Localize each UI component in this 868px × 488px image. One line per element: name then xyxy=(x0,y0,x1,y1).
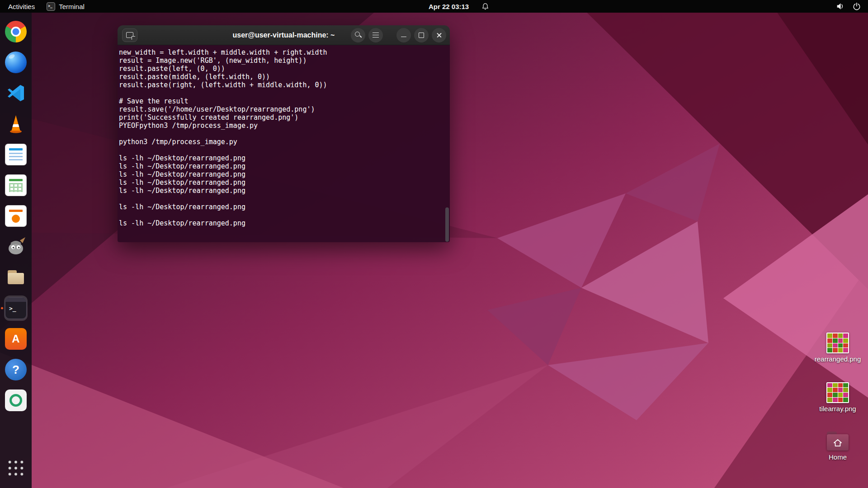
search-button[interactable] xyxy=(351,28,365,42)
terminal-body[interactable]: new_width = left.width + middle.width + … xyxy=(118,45,450,242)
files-icon xyxy=(5,267,27,288)
terminal-app-icon xyxy=(47,2,55,11)
show-applications-button[interactable] xyxy=(0,453,32,483)
close-icon xyxy=(436,32,442,38)
top-bar: Activities Terminal Apr 22 03:13 xyxy=(0,0,868,13)
dock-item-software[interactable] xyxy=(0,324,32,354)
dock-item-firefox[interactable] xyxy=(0,47,32,78)
power-icon[interactable] xyxy=(853,2,861,10)
show-apps-icon xyxy=(7,459,25,477)
terminal-title: user@user-virtual-machine: ~ xyxy=(233,31,335,39)
dock-items xyxy=(0,13,32,416)
desktop-icon-home[interactable]: Home xyxy=(812,432,863,461)
vscode-icon xyxy=(5,82,27,104)
dock-item-vscode[interactable] xyxy=(0,78,32,108)
desktop-icons: rearranged.pngtilearray.pngHome xyxy=(812,333,863,461)
new-tab-button[interactable] xyxy=(122,28,137,42)
updater-icon xyxy=(5,389,27,411)
dock-item-impress[interactable] xyxy=(0,201,32,231)
terminal-output: new_width = left.width + middle.width + … xyxy=(118,45,450,227)
desktop-icon-label: Home xyxy=(829,454,847,461)
firefox-icon xyxy=(5,52,27,73)
dock-item-updater[interactable] xyxy=(0,385,32,416)
maximize-icon xyxy=(419,33,424,38)
home-folder-icon xyxy=(826,432,850,451)
focused-app-label: Terminal xyxy=(59,3,85,10)
dock-item-writer[interactable] xyxy=(0,139,32,170)
dock-item-terminal[interactable] xyxy=(0,293,32,324)
menu-icon xyxy=(373,35,379,36)
terminal-scrollbar[interactable] xyxy=(445,207,449,242)
desktop-icon-rearranged[interactable]: rearranged.png xyxy=(812,333,863,363)
impress-icon xyxy=(5,205,27,227)
maximize-button[interactable] xyxy=(414,28,429,42)
notification-bell-icon xyxy=(481,3,489,10)
desktop-icon-tilearray[interactable]: tilearray.png xyxy=(812,382,863,413)
minimize-button[interactable] xyxy=(396,28,411,42)
clock-menu[interactable]: Apr 22 03:13 xyxy=(429,0,489,13)
desktop: Activities Terminal Apr 22 03:13 xyxy=(0,0,868,488)
desktop-icon-label: tilearray.png xyxy=(819,405,856,413)
dock-item-help[interactable] xyxy=(0,354,32,385)
software-icon xyxy=(5,328,27,350)
vlc-icon xyxy=(5,113,27,135)
close-button[interactable] xyxy=(432,28,446,42)
dock xyxy=(0,13,32,488)
dock-item-gimp[interactable] xyxy=(0,231,32,262)
dock-item-chrome[interactable] xyxy=(0,16,32,47)
gimp-icon xyxy=(5,236,27,258)
dock-item-files[interactable] xyxy=(0,262,32,293)
dock-item-vlc[interactable] xyxy=(0,108,32,139)
activities-button[interactable]: Activities xyxy=(8,0,35,13)
help-icon xyxy=(5,359,27,380)
new-tab-icon xyxy=(126,32,133,38)
terminal-icon xyxy=(5,297,27,319)
rearranged-thumbnail xyxy=(826,333,849,353)
clock-label: Apr 22 03:13 xyxy=(429,3,469,10)
chrome-icon xyxy=(5,21,27,42)
tilearray-thumbnail xyxy=(826,382,849,403)
desktop-icon-label: rearranged.png xyxy=(815,356,861,363)
search-icon xyxy=(355,32,362,38)
calc-icon xyxy=(5,174,27,196)
writer-icon xyxy=(5,144,27,165)
menu-button[interactable] xyxy=(368,28,383,42)
minimize-icon xyxy=(401,37,406,38)
terminal-titlebar[interactable]: user@user-virtual-machine: ~ xyxy=(118,25,450,45)
focused-app-menu[interactable]: Terminal xyxy=(47,0,85,13)
terminal-window: user@user-virtual-machine: ~ xyxy=(118,25,450,242)
dock-item-calc[interactable] xyxy=(0,170,32,201)
volume-icon[interactable] xyxy=(836,2,844,10)
